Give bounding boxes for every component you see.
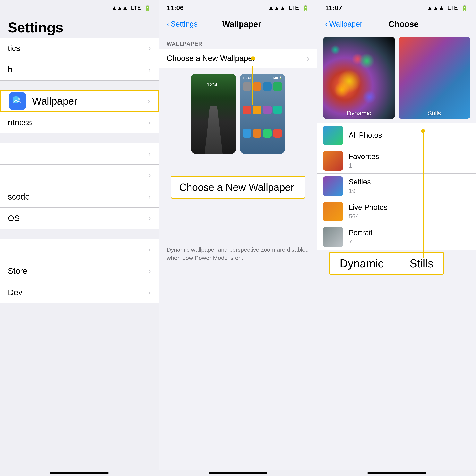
- callout-stills-text: Stills: [409, 257, 433, 270]
- road-bg: 12:41: [191, 74, 236, 154]
- settings-item-scode[interactable]: scode ›: [0, 186, 159, 207]
- settings-item-empty3[interactable]: ›: [0, 239, 159, 260]
- lte-label: LTE: [289, 4, 299, 11]
- dynamic-category[interactable]: Dynamic: [323, 37, 395, 119]
- chevron-icon: ›: [148, 118, 151, 127]
- panel-wallpaper-settings: 11:06 ▲▲▲ LTE 🔋 ‹ Settings Wallpaper WAL…: [159, 0, 317, 476]
- item-label: ntness: [8, 118, 32, 127]
- status-bar-3: 11:07 ▲▲▲ LTE 🔋: [317, 0, 476, 16]
- wallpaper-label: Wallpaper: [32, 95, 77, 107]
- choose-wallpaper-label: Choose a New Wallpaper: [167, 54, 255, 63]
- time-label: 11:06: [167, 4, 184, 12]
- app-grid: [242, 82, 283, 152]
- callout-line-stills: [424, 133, 424, 258]
- album-title: Selfies: [349, 178, 371, 186]
- stills-bg: [399, 37, 470, 119]
- settings-item-wallpaper[interactable]: Wallpaper ›: [0, 90, 159, 112]
- section-divider: [0, 81, 159, 90]
- item-label: OS: [8, 214, 20, 223]
- section-header: WALLPAPER: [159, 33, 317, 49]
- home-screen-preview[interactable]: 13:41 LTE 🔋: [240, 74, 285, 154]
- wallpaper-preview: 12:41 13:41 LTE 🔋: [159, 68, 317, 160]
- album-all-photos[interactable]: All Photos: [317, 123, 476, 148]
- settings-title: Settings: [0, 16, 159, 37]
- callout-line: [252, 66, 253, 105]
- item-label: Store: [8, 266, 27, 276]
- wallpaper-category-grid: Dynamic Stills: [317, 33, 476, 123]
- app-icon: [273, 82, 282, 91]
- album-selfies[interactable]: Selfies 19: [317, 173, 476, 199]
- back-label-3: Wallpaper: [329, 20, 362, 28]
- home-bar: [50, 472, 109, 474]
- album-count: 564: [349, 213, 388, 220]
- settings-item-ntness[interactable]: ntness ›: [0, 112, 159, 133]
- home-indicator-2: [159, 470, 317, 476]
- album-title: Portrait: [349, 229, 373, 237]
- item-left: Wallpaper: [9, 92, 77, 110]
- app-icon: [273, 105, 282, 114]
- battery-icon: 🔋: [302, 4, 309, 11]
- settings-item-os[interactable]: OS ›: [0, 207, 159, 229]
- back-button-3[interactable]: ‹ Wallpaper: [325, 20, 362, 28]
- wallpaper-icon: [9, 92, 26, 110]
- item-label: Dev: [8, 288, 22, 297]
- status-bar-1: ▲▲▲ LTE 🔋: [0, 0, 159, 16]
- app-icon: [263, 82, 272, 91]
- album-thumb: [323, 151, 343, 170]
- chevron-icon: ›: [148, 245, 151, 254]
- item-label: scode: [8, 192, 30, 202]
- chevron-icon: ›: [148, 214, 151, 222]
- album-portrait[interactable]: Portrait 7: [317, 224, 476, 250]
- settings-item-empty1[interactable]: ›: [0, 143, 159, 165]
- callout-dynamic-stills: Dynamic Stills: [329, 252, 444, 274]
- lock-screen-preview[interactable]: 12:41: [191, 74, 236, 154]
- settings-item-dev[interactable]: Dev ›: [0, 282, 159, 303]
- album-count: 7: [349, 238, 373, 245]
- choose-wallpaper-row[interactable]: Choose a New Wallpaper ›: [159, 49, 317, 68]
- panel-settings: ▲▲▲ LTE 🔋 Settings tics › b ›: [0, 0, 159, 476]
- callout-anchor-dot: [251, 56, 255, 60]
- chevron-icon: ›: [148, 44, 151, 52]
- app-icon: [253, 82, 261, 91]
- album-thumb: [323, 202, 343, 221]
- callout-dynamic-text: Dynamic: [340, 257, 384, 270]
- app-icon: [253, 105, 261, 114]
- lock-screen-time: 12:41: [191, 82, 236, 88]
- back-chevron-icon: ‹: [325, 20, 328, 28]
- chevron-icon: ›: [148, 97, 150, 105]
- low-power-notice: Dynamic wallpaper and perspective zoom a…: [159, 242, 317, 266]
- signal-icon: ▲▲▲: [268, 4, 286, 11]
- item-label: b: [8, 65, 12, 74]
- svg-point-1: [18, 98, 20, 100]
- app-icon: [243, 82, 251, 91]
- settings-item-empty2[interactable]: ›: [0, 165, 159, 186]
- album-favorites[interactable]: Favorites 1: [317, 148, 476, 173]
- stills-category[interactable]: Stills: [399, 37, 470, 119]
- stills-callout-dot: [421, 129, 425, 133]
- photo-albums-list: All Photos Favorites 1 Selfies 19 Live P…: [317, 123, 476, 470]
- home-indicator: [0, 470, 159, 476]
- chevron-icon: ›: [148, 288, 151, 297]
- album-info: Live Photos 564: [349, 203, 388, 220]
- item-label: tics: [8, 44, 20, 53]
- back-chevron-icon: ‹: [167, 20, 169, 28]
- nav-bar-3: ‹ Wallpaper Choose: [317, 16, 476, 33]
- section-divider: [0, 133, 159, 143]
- bokeh-circle: [334, 82, 350, 98]
- back-button[interactable]: ‹ Settings: [167, 20, 198, 28]
- settings-item-tics[interactable]: tics ›: [0, 37, 159, 59]
- app-icon: [253, 129, 261, 137]
- status-bar-2: 11:06 ▲▲▲ LTE 🔋: [159, 0, 317, 16]
- album-thumb: [323, 126, 343, 145]
- dynamic-label: Dynamic: [323, 110, 395, 117]
- chevron-icon: ›: [148, 192, 151, 201]
- bokeh-circle: [352, 53, 363, 65]
- chevron-icon: ›: [148, 267, 151, 275]
- back-label: Settings: [171, 20, 198, 28]
- settings-item-store[interactable]: Store ›: [0, 260, 159, 282]
- app-icon: [243, 129, 251, 137]
- album-thumb: [323, 227, 343, 247]
- callout-choose-wallpaper: Choose a New Wallpaper: [170, 176, 306, 199]
- settings-item-b[interactable]: b ›: [0, 59, 159, 81]
- album-live-photos[interactable]: Live Photos 564: [317, 199, 476, 224]
